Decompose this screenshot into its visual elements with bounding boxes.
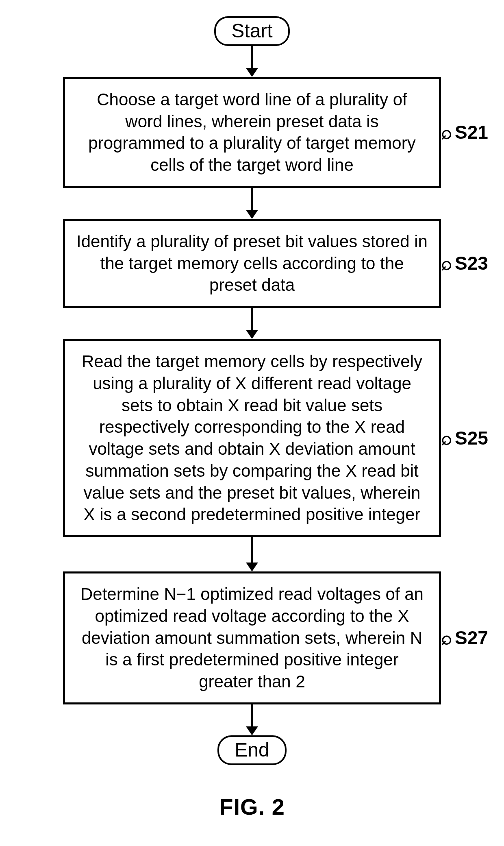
- row-s23: Identify a plurality of preset bit value…: [16, 219, 488, 308]
- figure-caption-text: FIG. 2: [219, 794, 285, 820]
- step-id-label: S21: [455, 121, 488, 143]
- step-box-s23: Identify a plurality of preset bit value…: [63, 219, 441, 308]
- arrow-s21-to-s23: [246, 188, 258, 219]
- step-box-s21: Choose a target word line of a plurality…: [63, 77, 441, 188]
- connector-icon: ⌕: [441, 252, 452, 274]
- row-s21: Choose a target word line of a plurality…: [16, 77, 488, 188]
- step-text: Determine N−1 optimized read voltages of…: [80, 584, 424, 691]
- arrow-s27-to-end: [246, 704, 258, 735]
- arrow-head-icon: [246, 726, 258, 735]
- flowchart: Start Choose a target word line of a plu…: [16, 16, 488, 765]
- terminal-start-label: Start: [231, 20, 272, 41]
- arrow-head-icon: [246, 330, 258, 339]
- page: Start Choose a target word line of a plu…: [0, 0, 504, 844]
- arrow-s23-to-s25: [246, 308, 258, 339]
- arrow-s25-to-s27: [246, 537, 258, 571]
- step-id-label: S23: [455, 252, 488, 274]
- step-text: Read the target memory cells by respecti…: [82, 352, 422, 524]
- arrow-stem: [251, 188, 253, 210]
- label-col: ⌕ S25: [441, 427, 486, 449]
- arrow-start-to-s21: [246, 46, 258, 77]
- label-col: ⌕ S21: [441, 121, 486, 143]
- connector-icon: ⌕: [441, 427, 452, 449]
- row-s27: Determine N−1 optimized read voltages of…: [16, 571, 488, 704]
- step-id-label: S25: [455, 427, 488, 449]
- terminal-start: Start: [214, 16, 289, 46]
- arrow-stem: [251, 46, 253, 68]
- label-col: ⌕ S27: [441, 627, 486, 649]
- step-box-s25: Read the target memory cells by respecti…: [63, 339, 441, 537]
- step-id-label: S27: [455, 627, 488, 649]
- arrow-stem: [251, 704, 253, 726]
- arrow-head-icon: [246, 68, 258, 77]
- arrow-stem: [251, 308, 253, 330]
- arrow-head-icon: [246, 210, 258, 219]
- step-text: Choose a target word line of a plurality…: [88, 90, 415, 174]
- label-col: ⌕ S23: [441, 252, 486, 274]
- figure-caption: FIG. 2: [16, 794, 488, 820]
- step-text: Identify a plurality of preset bit value…: [76, 232, 428, 295]
- connector-icon: ⌕: [441, 121, 452, 143]
- terminal-end-label: End: [235, 739, 269, 761]
- step-box-s27: Determine N−1 optimized read voltages of…: [63, 571, 441, 704]
- connector-icon: ⌕: [441, 627, 452, 649]
- arrow-stem: [251, 537, 253, 563]
- row-s25: Read the target memory cells by respecti…: [16, 339, 488, 537]
- terminal-end: End: [217, 735, 286, 765]
- arrow-head-icon: [246, 563, 258, 571]
